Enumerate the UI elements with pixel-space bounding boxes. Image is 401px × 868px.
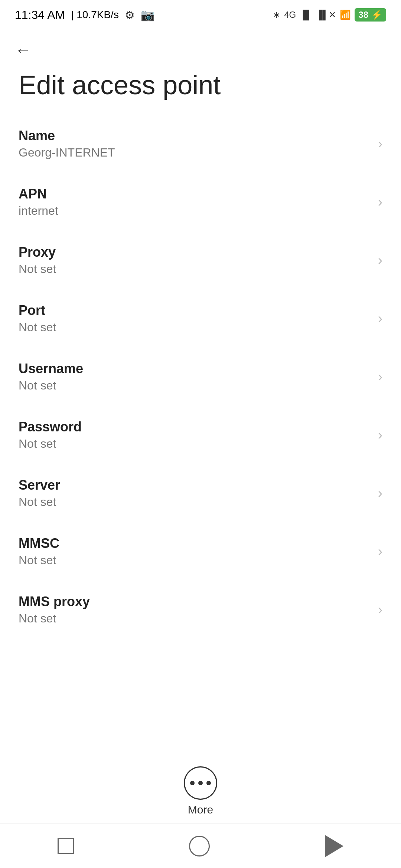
settings-item-text: MMS proxy Not set xyxy=(19,594,371,625)
chevron-right-icon: › xyxy=(378,253,382,268)
status-speed: | 10.7KB/s xyxy=(71,9,119,21)
settings-item-label-4: Username xyxy=(19,361,371,377)
bluetooth-icon: ∗ xyxy=(273,10,280,20)
settings-item-text: Port Not set xyxy=(19,303,371,334)
battery-indicator: 38 ⚡ xyxy=(355,8,386,22)
signal-bars2-icon: ▐▌✕ xyxy=(316,10,336,20)
settings-item-value-7: Not set xyxy=(19,553,371,567)
gear-icon: ⚙ xyxy=(125,9,135,22)
home-icon xyxy=(189,836,210,857)
settings-item-text: Username Not set xyxy=(19,361,371,392)
settings-item-value-5: Not set xyxy=(19,437,371,451)
settings-item-label-7: MMSC xyxy=(19,536,371,551)
status-right-icons: ∗ 4G ▐▌ ▐▌✕ 📶 38 ⚡ xyxy=(273,8,386,22)
more-button[interactable]: More xyxy=(184,766,217,816)
status-left: 11:34 AM | 10.7KB/s ⚙ 📷 xyxy=(15,8,154,22)
chevron-right-icon: › xyxy=(378,427,382,443)
nav-bar xyxy=(0,823,401,868)
settings-item-text: APN internet xyxy=(19,186,371,218)
settings-item-label-6: Server xyxy=(19,477,371,493)
settings-item-mms-proxy[interactable]: MMS proxy Not set › xyxy=(0,581,401,639)
signal-4g-icon: 4G xyxy=(284,10,296,20)
settings-item-label-1: APN xyxy=(19,186,371,202)
settings-item-value-1: internet xyxy=(19,204,371,218)
dot3 xyxy=(206,781,211,785)
video-icon: 📷 xyxy=(141,9,154,22)
battery-level: 38 xyxy=(358,10,368,20)
dot2 xyxy=(198,781,203,785)
settings-item-value-0: Georg-INTERNET xyxy=(19,146,371,160)
settings-item-value-2: Not set xyxy=(19,262,371,276)
settings-item-mmsc[interactable]: MMSC Not set › xyxy=(0,522,401,581)
nav-back-button[interactable] xyxy=(325,835,343,857)
settings-item-text: MMSC Not set xyxy=(19,536,371,567)
more-label: More xyxy=(188,803,213,816)
settings-item-password[interactable]: Password Not set › xyxy=(0,406,401,464)
settings-item-label-8: MMS proxy xyxy=(19,594,371,609)
chevron-right-icon: › xyxy=(378,136,382,152)
chevron-right-icon: › xyxy=(378,311,382,326)
settings-item-text: Name Georg-INTERNET xyxy=(19,128,371,160)
settings-item-label-0: Name xyxy=(19,128,371,144)
settings-item-server[interactable]: Server Not set › xyxy=(0,464,401,522)
settings-item-apn[interactable]: APN internet › xyxy=(0,173,401,231)
settings-item-port[interactable]: Port Not set › xyxy=(0,289,401,348)
page-title: Edit access point xyxy=(0,63,401,115)
back-button-area[interactable]: ← xyxy=(0,30,401,63)
chevron-right-icon: › xyxy=(378,486,382,501)
settings-item-value-8: Not set xyxy=(19,612,371,625)
settings-item-label-5: Password xyxy=(19,419,371,435)
settings-item-label-3: Port xyxy=(19,303,371,318)
status-bar: 11:34 AM | 10.7KB/s ⚙ 📷 ∗ 4G ▐▌ ▐▌✕ 📶 38… xyxy=(0,0,401,30)
dot1 xyxy=(190,781,195,785)
settings-item-proxy[interactable]: Proxy Not set › xyxy=(0,231,401,289)
nav-home-button[interactable] xyxy=(189,836,210,857)
back-nav-icon xyxy=(325,835,343,857)
settings-item-value-4: Not set xyxy=(19,379,371,392)
chevron-right-icon: › xyxy=(378,544,382,559)
status-time: 11:34 AM xyxy=(15,8,65,22)
settings-item-text: Server Not set xyxy=(19,477,371,509)
settings-item-label-2: Proxy xyxy=(19,244,371,260)
nav-recents-button[interactable] xyxy=(58,838,74,854)
chevron-right-icon: › xyxy=(378,602,382,618)
back-arrow-icon[interactable]: ← xyxy=(15,41,31,59)
more-dots-icon xyxy=(190,781,211,785)
settings-item-text: Proxy Not set xyxy=(19,244,371,276)
settings-list: Name Georg-INTERNET › APN internet › Pro… xyxy=(0,115,401,639)
settings-item-value-6: Not set xyxy=(19,495,371,509)
more-circle-icon[interactable] xyxy=(184,766,217,800)
settings-item-name[interactable]: Name Georg-INTERNET › xyxy=(0,115,401,173)
settings-item-value-3: Not set xyxy=(19,320,371,334)
chevron-right-icon: › xyxy=(378,194,382,210)
recents-icon xyxy=(58,838,74,854)
signal-bars-icon: ▐▌ xyxy=(300,10,312,20)
lightning-icon: ⚡ xyxy=(371,10,382,20)
chevron-right-icon: › xyxy=(378,369,382,385)
settings-item-username[interactable]: Username Not set › xyxy=(0,348,401,406)
wifi-icon: 📶 xyxy=(340,10,351,20)
settings-item-text: Password Not set xyxy=(19,419,371,451)
